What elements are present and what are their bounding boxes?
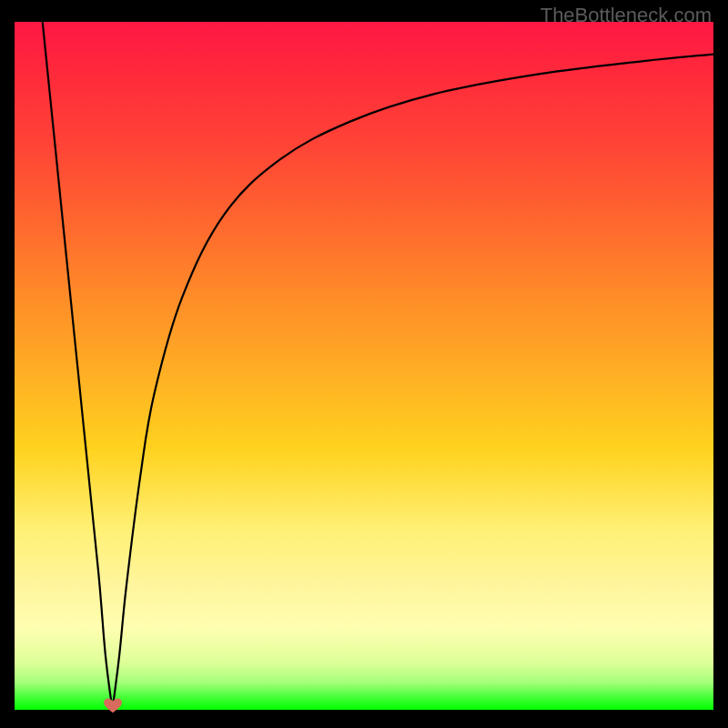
curve-right-branch [113, 55, 713, 710]
curve-layer [15, 22, 713, 710]
curve-left-branch [43, 22, 113, 710]
watermark-text: TheBottleneck.com [541, 4, 712, 27]
plot-area [15, 22, 713, 710]
chart-container: TheBottleneck.com [0, 0, 728, 728]
heart-marker [103, 698, 123, 714]
